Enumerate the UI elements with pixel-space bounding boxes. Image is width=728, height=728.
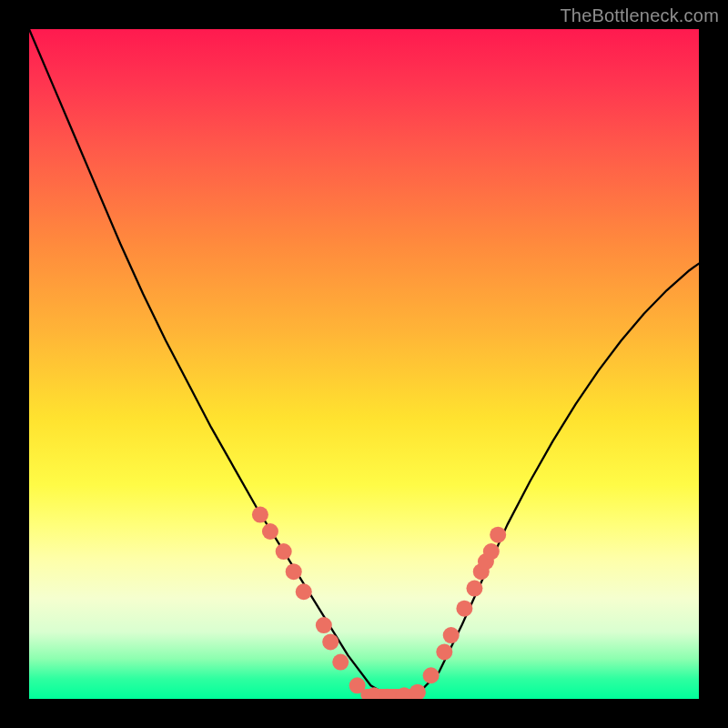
marker-dot (443, 627, 460, 643)
marker-dot (296, 583, 312, 600)
marker-dot (349, 677, 366, 693)
chart-svg (29, 29, 699, 699)
curve-v-curve (29, 29, 699, 699)
marker-dot (262, 523, 278, 540)
marker-dot (410, 684, 426, 699)
marker-dot (316, 617, 332, 633)
marker-dot (332, 654, 349, 671)
marker-dot (276, 543, 292, 560)
marker-dot (483, 543, 500, 560)
marker-dot (286, 563, 302, 580)
chart-frame: TheBottleneck.com (0, 0, 728, 728)
marker-dot (466, 581, 482, 597)
marker-dot (456, 601, 472, 617)
marker-dot (252, 507, 268, 523)
marker-dot (423, 667, 440, 683)
attribution-label: TheBottleneck.com (560, 5, 719, 26)
marker-dot (490, 527, 506, 543)
marker-dot (436, 643, 452, 660)
plot-area (29, 29, 699, 699)
marker-dot (322, 633, 339, 650)
